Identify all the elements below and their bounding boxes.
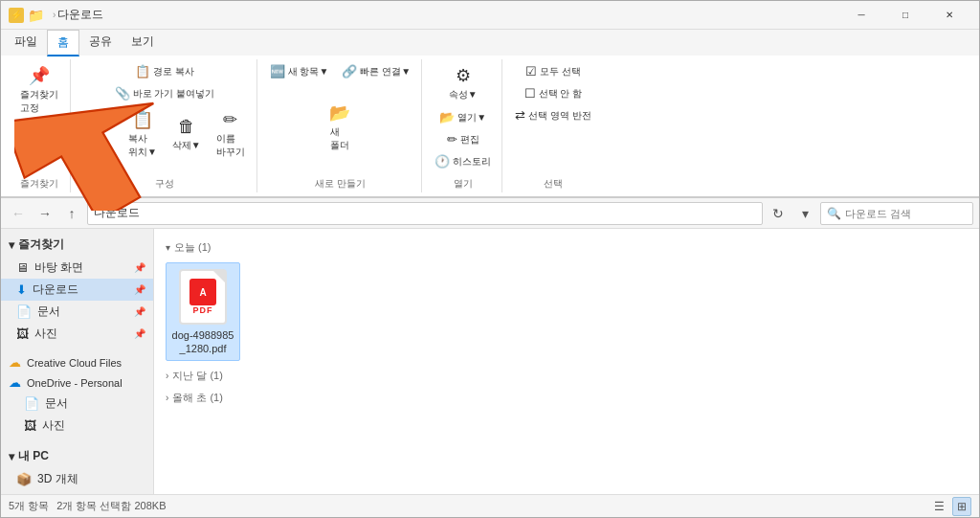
paste-shortcut-icon: 📎 [115,86,130,101]
window-title: 다운로드 [57,7,839,23]
sidebar-item-downloads[interactable]: ⬇ 다운로드 📌 [1,279,153,301]
rename-icon: ✏ [223,109,237,130]
back-button[interactable]: ← [7,202,30,225]
open-row4: 🕐 히스토리 [430,151,496,171]
copy-path-button[interactable]: 📋 경로 복사 [130,61,199,81]
history-icon: 🕐 [434,154,450,169]
group-label-new: 새로 만들기 [315,173,366,191]
delete-button[interactable]: 🗑 삭제▼ [167,113,207,156]
sidebar-item-creative-cloud[interactable]: ☁ Creative Cloud Files [1,352,153,372]
status-selected-info: 2개 항목 선택함 208KB [56,499,166,513]
tab-home[interactable]: 홈 [47,30,79,56]
easy-access-icon: 🔗 [342,64,357,79]
invert-icon: ⇄ [515,108,525,123]
sidebar-pc-label: 내 PC [18,448,49,464]
group-label-organize: 구성 [155,173,174,191]
address-bar: ← → ↑ 다운로드 ↻ ▾ 🔍 [1,198,979,229]
content-area: ▾ 오늘 (1) A PDF [154,229,979,494]
open-button[interactable]: 📂 열기▼ [434,107,491,127]
breadcrumb-arrow: › [53,10,56,20]
pin-to-quickaccess-button[interactable]: 📌 즐겨찾기고정 [14,61,64,171]
quick-access-icon: ⚡ [9,8,24,23]
sidebar-onedrive-label: OneDrive - Personal [27,377,122,389]
new-item-icon: 🆕 [270,64,285,79]
delete-icon: 🗑 [178,117,195,137]
select-none-button[interactable]: ☐ 선택 안 함 [520,83,588,103]
organize-row3: ➡ 이동위치▼ 📋 복사위치▼ 🗑 삭제▼ ✏ 이름바꾸기 [78,105,251,163]
window: ⚡ 📁 › 다운로드 ─ □ ✕ 파일 홈 공유 보기 📌 즐겨찾기고정 [0,0,980,518]
creative-cloud-icon: ☁ [9,355,21,370]
open-row3: ✏ 편집 [442,129,484,149]
sidebar-item-onedrive[interactable]: ☁ OneDrive - Personal [1,372,153,393]
dropdown-button[interactable]: ▾ [793,202,816,225]
refresh-button[interactable]: ↻ [767,202,790,225]
copy-label: 복사위치▼ [128,132,157,159]
file-item-pdf1[interactable]: A PDF dog-4988985_1280.pdf [166,262,240,361]
close-button[interactable]: ✕ [927,1,971,30]
sidebar-item-3d[interactable]: 📦 3D 개체 [1,468,153,490]
rename-button[interactable]: ✏ 이름바꾸기 [211,105,251,163]
sidebar: ▾ 즐겨찾기 🖥 바탕 화면 📌 ⬇ 다운로드 📌 📄 문서 📌 🖼 사진 [1,229,154,494]
minimize-button[interactable]: ─ [839,1,883,30]
sidebar-item-od-pictures[interactable]: 🖼 사진 [1,415,153,437]
select-all-button[interactable]: ☑ 모두 선택 [521,61,586,81]
pdf-label: PDF [193,305,213,315]
ribbon-group-new: 🆕 새 항목▼ 🔗 빠른 연결▼ 📂 새폴더 새로 만들기 [259,59,422,192]
address-path[interactable]: 다운로드 [87,202,763,225]
tab-file[interactable]: 파일 [5,30,47,56]
pin-icon-desktop: 📌 [134,262,145,273]
pdf-icon-content: A PDF [189,279,216,315]
view-list-button[interactable]: ☰ [929,497,948,516]
search-box[interactable]: 🔍 [820,202,973,225]
title-bar: ⚡ 📁 › 다운로드 ─ □ ✕ [1,1,979,30]
properties-button[interactable]: ⚙ 속성▼ [443,61,483,105]
sidebar-item-desktop[interactable]: 🖥 바탕 화면 📌 [1,257,153,279]
tab-view[interactable]: 보기 [122,30,164,56]
maximize-button[interactable]: □ [883,1,927,30]
pin-icon-pictures: 📌 [134,328,145,339]
history-button[interactable]: 🕐 히스토리 [430,151,496,171]
up-button[interactable]: ↑ [60,202,83,225]
section-earlyyear[interactable]: › 올해 초 (1) [166,387,968,409]
sidebar-item-pictures[interactable]: 🖼 사진 📌 [1,323,153,345]
new-folder-button[interactable]: 📂 새폴더 [317,98,363,157]
select-row1: ☑ 모두 선택 [521,61,586,81]
view-grid-button[interactable]: ⊞ [952,497,971,516]
organize-row2: 📎 바로 가기 붙여넣기 [110,83,220,103]
invert-selection-button[interactable]: ⇄ 선택 영역 반전 [510,105,596,125]
move-to-button[interactable]: ➡ 이동위치▼ [78,105,119,163]
quick-access-header[interactable]: ▾ 즐겨찾기 [1,233,153,257]
my-pc-header[interactable]: ▾ 내 PC [1,444,153,468]
pdf-symbol: A [199,287,206,298]
easy-access-button[interactable]: 🔗 빠른 연결▼ [337,61,415,81]
edit-button[interactable]: ✏ 편집 [442,129,484,149]
tab-share[interactable]: 공유 [79,30,122,56]
sidebar-quickaccess-label: 즐겨찾기 [18,236,64,253]
sidebar-downloads-label: 다운로드 [33,282,78,298]
onedrive-icon: ☁ [9,375,21,390]
pin-icon: 📌 [29,65,50,86]
pdf-icon-wrapper: A PDF [176,267,230,327]
new-folder-icon: 📂 [329,102,350,124]
paste-shortcut-label: 바로 가기 붙여넣기 [133,87,215,101]
paste-shortcut-button[interactable]: 📎 바로 가기 붙여넣기 [110,83,220,103]
sidebar-item-documents[interactable]: 📄 문서 📌 [1,301,153,323]
sidebar-item-od-documents[interactable]: 📄 문서 [1,393,153,415]
search-input[interactable] [845,208,967,219]
copy-to-button[interactable]: 📋 복사위치▼ [122,105,163,163]
section-today[interactable]: ▾ 오늘 (1) [166,236,968,259]
documents-icon: 📄 [16,304,32,319]
open-row-top: ⚙ 속성▼ [443,61,483,105]
ribbon-group-select: ☑ 모두 선택 ☐ 선택 안 함 ⇄ 선택 영역 반전 선택 [504,59,602,192]
delete-label: 삭제▼ [172,139,201,152]
select-none-label: 선택 안 함 [539,87,583,101]
sidebar-pictures-label: 사진 [34,326,57,342]
forward-button[interactable]: → [33,202,56,225]
select-all-label: 모두 선택 [540,65,581,79]
move-icon: ➡ [91,109,105,130]
section-lastmonth[interactable]: › 지난 달 (1) [166,365,968,387]
select-all-icon: ☑ [525,64,537,79]
file-name-pdf1: dog-4988985_1280.pdf [170,328,235,356]
ribbon-body: 📌 즐겨찾기고정 즐겨찾기 📋 경로 복사 📎 바로 [1,56,979,197]
new-item-button[interactable]: 🆕 새 항목▼ [265,61,334,81]
